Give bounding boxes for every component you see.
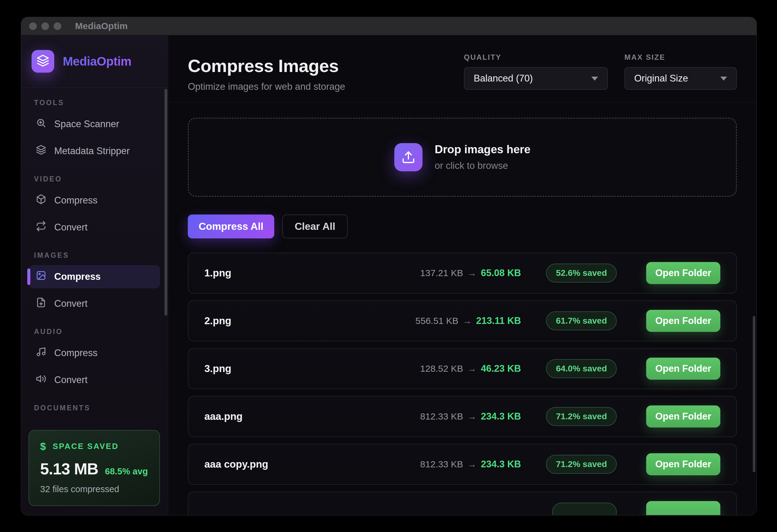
space-saved-card: $ SPACE SAVED 5.13 MB 68.5% avg 32 files… [28, 430, 160, 506]
file-plus-icon [36, 297, 46, 310]
space-saved-average: 68.5% avg [105, 466, 148, 476]
file-size-before: 812.33 KB [420, 411, 463, 422]
file-name: 2.png [204, 315, 416, 327]
arrow-right-icon: → [467, 411, 476, 422]
layers-icon [36, 145, 46, 157]
cube-icon [36, 194, 46, 207]
file-size-after: 234.3 KB [481, 459, 521, 470]
sidebar-item-label: Convert [54, 222, 88, 233]
arrow-right-icon: → [467, 268, 476, 278]
chevron-down-icon [591, 77, 598, 81]
file-name: aaa.png [204, 411, 420, 422]
quality-value: Balanced (70) [474, 73, 533, 84]
sidebar-item-space-scanner[interactable]: Space Scanner [29, 112, 160, 136]
sidebar-item-images-convert[interactable]: Convert [29, 292, 160, 315]
file-size-after: 234.3 KB [481, 411, 521, 422]
sidebar-scrollbar-thumb[interactable] [164, 89, 167, 316]
max-size-dropdown[interactable]: Original Size [625, 67, 737, 90]
space-saved-label: SPACE SAVED [53, 442, 119, 451]
main-content: Drop images here or click to browse Comp… [168, 102, 757, 516]
max-size-label: MAX SIZE [625, 53, 737, 62]
dropzone[interactable]: Drop images here or click to browse [188, 118, 737, 197]
space-saved-value: 5.13 MB [40, 460, 98, 478]
file-size-before: 128.52 KB [420, 363, 463, 374]
max-size-value: Original Size [634, 73, 688, 84]
sidebar-item-label: Convert [54, 298, 88, 309]
layers-logo-icon [36, 54, 49, 68]
file-name: 1.png [204, 267, 420, 279]
section-label-audio: AUDIO [34, 328, 160, 336]
main-header: Compress Images Optimize images for web … [168, 35, 757, 102]
close-window-button[interactable] [29, 22, 37, 30]
minimize-window-button[interactable] [41, 22, 49, 30]
sidebar-item-label: Compress [54, 195, 97, 206]
title-bar: MediaOptim [21, 17, 757, 35]
compress-all-button[interactable]: Compress All [188, 215, 274, 238]
file-size-after: 65.08 KB [481, 268, 521, 279]
file-size-before: 812.33 KB [420, 459, 463, 469]
speaker-icon [36, 374, 46, 387]
search-plus-icon [36, 118, 46, 130]
zoom-window-button[interactable] [53, 22, 61, 30]
sidebar-item-label: Compress [54, 271, 101, 282]
sidebar-item-video-convert[interactable]: Convert [29, 216, 160, 239]
sidebar-item-video-compress[interactable]: Compress [29, 189, 160, 212]
file-row: 1.png 137.21 KB → 65.08 KB 52.6% saved O… [188, 252, 737, 294]
saved-percent-badge: 52.6% saved [546, 263, 617, 283]
sidebar-item-label: Compress [54, 347, 97, 358]
files-compressed-count: 32 files compressed [40, 484, 148, 494]
window-title: MediaOptim [75, 21, 128, 31]
sidebar-item-audio-compress[interactable]: Compress [29, 341, 160, 365]
file-size-before: 137.21 KB [420, 268, 463, 278]
file-row: 3.png 128.52 KB → 46.23 KB 64.0% saved O… [188, 348, 737, 389]
file-size-after: 213.11 KB [476, 315, 521, 326]
main-scrollbar-thumb[interactable] [753, 316, 755, 472]
chevron-down-icon [720, 77, 727, 81]
logo-area: MediaOptim [21, 35, 168, 88]
arrow-right-icon: → [463, 316, 472, 326]
file-name: aaa copy.png [204, 458, 420, 470]
upload-icon [394, 143, 423, 171]
image-icon [36, 270, 46, 283]
sidebar: MediaOptim TOOLS Space Scanner Metadata … [21, 35, 168, 515]
sidebar-item-metadata-stripper[interactable]: Metadata Stripper [29, 139, 160, 163]
dropzone-title: Drop images here [435, 143, 531, 156]
section-label-tools: TOOLS [34, 99, 160, 107]
sidebar-item-label: Convert [54, 375, 88, 386]
file-row [188, 492, 737, 516]
sidebar-nav: TOOLS Space Scanner Metadata Stripper VI… [21, 88, 168, 412]
dollar-icon: $ [40, 440, 46, 452]
app-logo [31, 50, 54, 73]
repeat-icon [36, 221, 46, 234]
file-size-before: 556.51 KB [416, 316, 458, 326]
open-folder-button[interactable]: Open Folder [646, 405, 720, 427]
saved-percent-badge: 71.2% saved [546, 455, 617, 474]
clear-all-button[interactable]: Clear All [282, 215, 348, 238]
open-folder-button[interactable]: Open Folder [646, 453, 720, 475]
sidebar-item-images-compress[interactable]: Compress [29, 265, 160, 288]
app-window: MediaOptim MediaOptim TOOLS Space Sca [21, 17, 757, 516]
sidebar-item-audio-convert[interactable]: Convert [29, 368, 160, 392]
quality-dropdown[interactable]: Balanced (70) [464, 67, 608, 90]
section-label-documents: DOCUMENTS [34, 404, 160, 412]
file-name: 3.png [204, 363, 420, 375]
music-note-icon [36, 347, 46, 359]
saved-percent-badge: 61.7% saved [546, 311, 617, 330]
dropzone-subtitle: or click to browse [435, 160, 531, 171]
saved-percent-badge: 64.0% saved [546, 359, 617, 378]
file-list: 1.png 137.21 KB → 65.08 KB 52.6% saved O… [188, 252, 737, 516]
quality-label: QUALITY [464, 53, 608, 62]
file-row: 2.png 556.51 KB → 213.11 KB 61.7% saved … [188, 300, 737, 341]
file-row: aaa.png 812.33 KB → 234.3 KB 71.2% saved… [188, 396, 737, 437]
open-folder-button[interactable] [646, 501, 720, 516]
sidebar-item-label: Space Scanner [54, 119, 119, 130]
section-label-video: VIDEO [34, 175, 160, 183]
arrow-right-icon: → [467, 459, 476, 469]
sidebar-item-label: Metadata Stripper [54, 145, 130, 156]
open-folder-button[interactable]: Open Folder [646, 262, 720, 284]
open-folder-button[interactable]: Open Folder [646, 358, 720, 380]
open-folder-button[interactable]: Open Folder [646, 310, 720, 332]
file-row: aaa copy.png 812.33 KB → 234.3 KB 71.2% … [188, 444, 737, 485]
page-subtitle: Optimize images for web and storage [188, 81, 345, 92]
main-panel: Compress Images Optimize images for web … [168, 35, 757, 515]
